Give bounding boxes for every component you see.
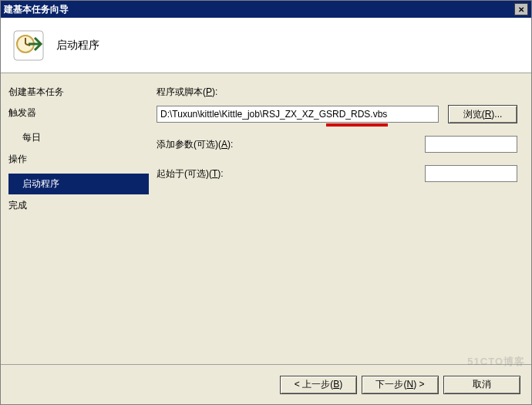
window-title: 建基本任务向导: [4, 3, 69, 16]
step-finish[interactable]: 完成: [8, 199, 149, 212]
startin-input[interactable]: [425, 165, 517, 182]
wizard-window: 建基本任务向导 ✕ 启动程序 创建基本任务 触发器 每日 操作 启动程序 完成: [0, 0, 532, 405]
step-create-basic-task[interactable]: 创建基本任务: [8, 86, 149, 99]
program-script-input[interactable]: [157, 106, 439, 123]
step-start-program[interactable]: 启动程序: [8, 174, 149, 194]
arguments-label: 添加参数(可选)(A):: [157, 138, 257, 151]
wizard-header: 启动程序: [1, 18, 531, 73]
close-button[interactable]: ✕: [514, 3, 528, 15]
program-script-label: 程序或脚本(P):: [157, 86, 517, 99]
back-button[interactable]: < 上一步(B): [280, 376, 357, 394]
clock-arrow-icon: [12, 29, 45, 62]
cancel-button[interactable]: 取消: [443, 376, 520, 394]
startin-label: 起始于(可选)(T):: [157, 167, 257, 181]
wizard-form: 程序或脚本(P): 浏览(R)... 添加参数(可选)(A): 起始于(可选)(…: [149, 73, 531, 364]
browse-button[interactable]: 浏览(R)...: [448, 105, 517, 123]
wizard-footer: < 上一步(B) 下一步(N) > 取消: [1, 364, 531, 404]
step-action[interactable]: 操作: [8, 153, 149, 166]
next-button[interactable]: 下一步(N) >: [362, 376, 439, 394]
step-trigger-daily[interactable]: 每日: [8, 127, 149, 148]
arguments-row: 添加参数(可选)(A):: [157, 136, 517, 153]
startin-row: 起始于(可选)(T):: [157, 165, 517, 182]
program-script-row: 浏览(R)...: [157, 105, 517, 123]
arguments-input[interactable]: [425, 136, 517, 153]
page-title: 启动程序: [56, 39, 99, 52]
wizard-steps-sidebar: 创建基本任务 触发器 每日 操作 启动程序 完成: [1, 73, 149, 364]
step-trigger[interactable]: 触发器: [8, 106, 149, 120]
title-bar: 建基本任务向导 ✕: [1, 1, 531, 18]
